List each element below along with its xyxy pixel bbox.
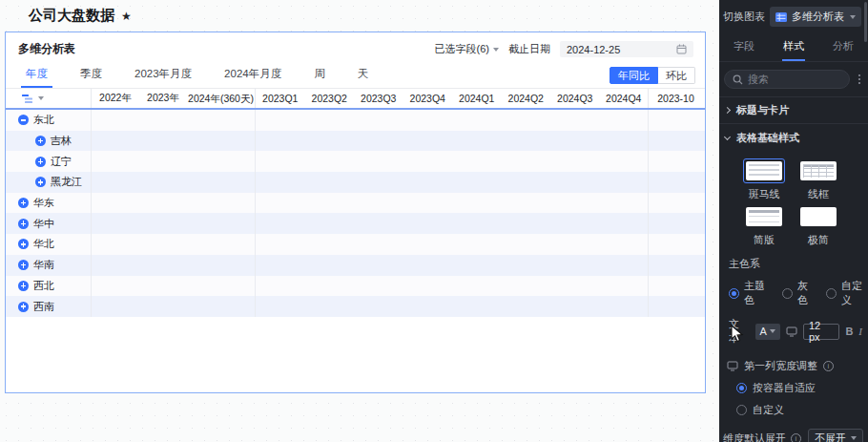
empty-data-cells [256,255,649,276]
column-header[interactable]: 2024Q4 [600,89,650,108]
width-option-0[interactable]: 按容器自适应 [719,377,868,399]
empty-data-cells [256,193,649,214]
table-row: 华北 [6,234,705,255]
row-label-cell: 华北 [6,234,92,255]
column-header[interactable]: 2024Q2 [502,93,551,104]
column-header[interactable]: 2023Q3 [354,93,403,104]
row-label-cell: 辽宁 [6,151,92,172]
radio-icon [782,288,793,299]
panel-tab-0[interactable]: 字段 [719,33,769,61]
color-option-1[interactable]: 灰色 [782,279,815,307]
section-table-base-style[interactable]: 表格基础样式 [719,124,868,151]
chart-switcher-row: 切换图表 多维分析表 [719,0,868,33]
column-header[interactable]: 2022年 [92,92,139,105]
chevron-down-icon [38,96,44,100]
empty-data-cells [649,213,705,234]
widget-card[interactable]: 多维分析表 已选字段(6) 截止日期 2024-12-25 [5,32,706,393]
deadline-date-picker[interactable]: 2024-12-25 [560,41,693,57]
table-row: 辽宁 [6,151,705,172]
panel-tab-2[interactable]: 分析 [818,33,868,61]
column-header[interactable]: 2023Q2 [305,93,355,104]
card-tab-5[interactable]: 天 [353,67,374,88]
table-row: 西南 [6,296,705,317]
column-header[interactable]: 2023-10 [649,93,703,104]
expand-icon[interactable] [35,136,46,146]
selected-fields-dropdown[interactable]: 已选字段(6) [435,42,499,56]
mom-button[interactable]: 环比 [658,67,695,84]
radio-icon [826,288,837,299]
analysis-table: 2022年2023年2024年(360天)2023Q12023Q22023Q32… [6,88,705,317]
expand-icon[interactable] [18,198,29,208]
style-option-grid[interactable]: 线框 [796,158,840,201]
card-tab-3[interactable]: 2024年月度 [219,67,286,88]
favorite-star-icon[interactable]: ★ [121,10,132,23]
card-header-controls: 已选字段(6) 截止日期 2024-12-25 [435,41,693,57]
font-color-dropdown[interactable]: A [755,324,780,340]
color-option-0[interactable]: 主题色 [729,279,771,307]
card-tab-strip: 年度季度2023年月度2024年月度周天 [21,67,373,88]
row-label-cell: 西北 [6,276,92,297]
monitor-icon [786,326,797,337]
style-thumbnail [743,158,785,183]
table-row: 东北 [6,110,705,131]
simple-preview-icon [746,207,782,226]
style-option-plain[interactable]: 极简 [796,204,840,247]
font-size-input[interactable]: 12 px [803,324,839,340]
dim-expand-dropdown[interactable]: 不展开 [808,429,863,442]
table-corner-cell[interactable] [6,89,92,108]
color-scheme-options: 主题色灰色自定义 [719,277,868,315]
expand-icon[interactable] [35,177,46,187]
empty-data-cells [256,172,649,193]
column-header[interactable]: 2024Q1 [452,93,502,104]
row-label-cell: 华中 [6,213,92,234]
card-header: 多维分析表 已选字段(6) 截止日期 2024-12-25 [6,32,705,57]
yoy-button[interactable]: 年同比 [610,67,658,84]
column-header[interactable]: 2023Q4 [403,93,453,104]
color-option-label: 自定义 [841,279,868,307]
column-header[interactable]: 2024Q3 [550,93,600,104]
card-tab-2[interactable]: 2023年月度 [130,67,196,88]
selected-fields-label: 已选字段(6) [435,42,489,56]
empty-data-cells [256,131,649,152]
search-input[interactable]: 搜索 [724,70,850,89]
empty-data-cells [92,151,256,172]
radio-icon [729,288,739,299]
italic-button[interactable]: I [858,326,862,337]
chevron-down-icon [850,15,856,19]
collapse-icon[interactable] [18,115,29,125]
row-label-cell: 东北 [6,110,92,131]
expand-icon[interactable] [18,219,29,229]
style-option-zebra[interactable]: 斑马线 [742,158,786,201]
card-tab-0[interactable]: 年度 [21,67,52,88]
style-option-simple[interactable]: 简版 [742,204,786,247]
expand-icon[interactable] [18,260,29,270]
empty-data-cells [92,131,256,152]
width-option-1[interactable]: 自定义 [719,399,868,421]
table-style-options: 斑马线线框简版极简 [742,158,868,247]
row-label: 黑龙江 [51,175,82,189]
more-options-icon[interactable] [856,74,863,84]
empty-data-cells [92,296,256,317]
expand-icon[interactable] [18,302,29,312]
bold-button[interactable]: B [845,326,853,337]
expand-icon[interactable] [18,281,29,291]
column-header[interactable]: 2023年 [139,92,187,105]
table-body: 东北吉林辽宁黑龙江华东华中华北华南西北西南 [6,110,705,317]
deadline-value: 2024-12-25 [567,44,620,55]
panel-scrollbar[interactable] [864,2,867,42]
expand-icon[interactable] [18,239,29,249]
color-option-2[interactable]: 自定义 [826,279,868,307]
empty-data-cells [256,213,649,234]
zebra-preview-icon [746,161,782,180]
empty-data-cells [649,193,705,214]
chart-type-dropdown[interactable]: 多维分析表 [770,7,861,27]
section-title-and-card[interactable]: 标题与卡片 [719,97,868,124]
style-option-label: 斑马线 [749,187,780,201]
column-header[interactable]: 2023Q1 [256,93,305,104]
panel-tab-1[interactable]: 样式 [769,33,818,61]
card-tab-1[interactable]: 季度 [75,67,107,88]
text-label: 文本 [729,317,750,346]
expand-icon[interactable] [35,157,46,167]
column-header[interactable]: 2024年(360天) [187,89,256,108]
card-tab-4[interactable]: 周 [309,67,330,88]
